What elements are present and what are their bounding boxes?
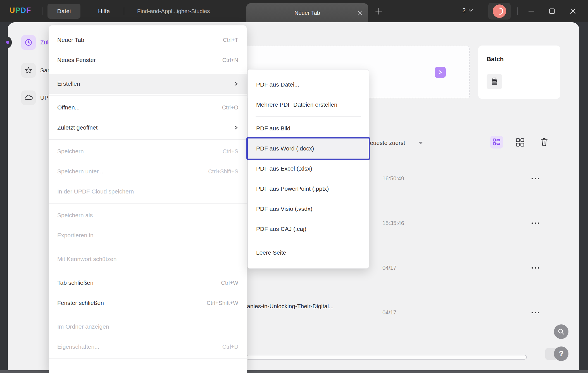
menu-item-shortcut: Ctrl+T: [223, 37, 238, 43]
tab-document-title: Find-and-Appl...igher-Studies: [137, 8, 210, 15]
chevron-down-icon: [468, 9, 473, 12]
batch-stack-icon[interactable]: [487, 74, 502, 89]
submenu-item-pdf-aus-visio[interactable]: PDF aus Visio (.vsdx): [248, 199, 369, 219]
grid-view-button[interactable]: [515, 137, 525, 148]
menu-item-speichern: Speichern Ctrl+S: [49, 141, 247, 161]
help-button[interactable]: ?: [554, 346, 568, 361]
menu-item-label: Fenster schließen: [57, 300, 207, 306]
row-more-button[interactable]: [532, 312, 539, 313]
list-view-button[interactable]: [490, 136, 503, 149]
sidebar-item-updf-cloud[interactable]: UPD: [21, 90, 53, 105]
horizontal-scrollbar[interactable]: [246, 355, 527, 360]
file-row-date: 04/17: [382, 265, 396, 271]
file-row-name[interactable]: anies-in-Unlocking-Their-Digital...: [247, 303, 334, 310]
minimize-icon: [528, 8, 534, 14]
tab-count: 2: [462, 7, 466, 14]
sort-dropdown[interactable]: Neueste zuerst: [366, 140, 405, 146]
create-submenu: PDF aus Datei... Mehrere PDF-Dateien ers…: [247, 69, 369, 269]
avatar-icon: [493, 4, 506, 18]
trash-icon: [540, 137, 549, 147]
logo-letter: D: [21, 6, 27, 15]
row-more-button[interactable]: [532, 178, 539, 179]
menu-item-label: Öffnen...: [57, 104, 222, 111]
updf-logo: UPDF: [9, 6, 31, 15]
submenu-item-label: PDF aus Bild: [256, 125, 291, 132]
list-view-icon: [492, 138, 501, 146]
menu-datei-label: Datei: [57, 8, 71, 15]
menu-item-fenster-schliessen[interactable]: Fenster schließen Ctrl+Shift+W: [49, 293, 247, 313]
clock-icon: [21, 35, 36, 50]
submenu-item-pdf-aus-bild[interactable]: PDF aus Bild: [248, 118, 369, 138]
sidebar-item-recent[interactable]: Zule: [21, 35, 52, 50]
menu-item-label: Neuer Tab: [57, 37, 223, 43]
chevron-right-icon: [234, 125, 238, 130]
submenu-item-label: Leere Seite: [256, 249, 286, 256]
grid-view-icon: [516, 138, 525, 147]
menu-hilfe-label: Hilfe: [98, 8, 110, 15]
tab-document[interactable]: Find-and-Appl...igher-Studies: [137, 0, 210, 22]
window-minimize-button[interactable]: [523, 0, 539, 22]
menu-divider: [49, 95, 247, 96]
menu-item-shortcut: Ctrl+N: [222, 57, 238, 63]
cloud-icon: [21, 90, 36, 105]
menu-item-shortcut: Ctrl+Shift+S: [208, 168, 238, 175]
menu-hilfe[interactable]: Hilfe: [89, 4, 119, 19]
dropzone-arrow-button[interactable]: [435, 67, 446, 78]
logo-letter: F: [26, 6, 31, 15]
window-maximize-button[interactable]: [544, 0, 560, 22]
menu-divider: [49, 139, 247, 140]
submenu-item-pdf-aus-caj[interactable]: PDF aus CAJ (.caj): [248, 219, 369, 239]
titlebar-divider: [42, 7, 42, 15]
menu-item-label: Eigenschaften...: [57, 343, 222, 350]
submenu-item-label: PDF aus Excel (.xlsx): [256, 165, 312, 172]
menu-item-oeffnen[interactable]: Öffnen... Ctrl+O: [49, 97, 247, 118]
tab-neuer-tab[interactable]: Neuer Tab: [246, 3, 368, 22]
delete-button[interactable]: [539, 137, 549, 147]
menu-divider: [49, 72, 247, 72]
submenu-item-label: PDF aus Word (.docx): [256, 145, 314, 152]
file-row-time: 15:35:46: [382, 220, 404, 226]
menu-item-mit-kennwort-schuetzen: Mit Kennwort schützen: [49, 249, 247, 269]
menu-item-shortcut: Ctrl+D: [222, 344, 238, 350]
account-avatar[interactable]: [488, 3, 511, 20]
menu-item-label: Speichern unter...: [57, 168, 208, 175]
star-icon: [21, 63, 36, 78]
submenu-item-pdf-aus-powerpoint[interactable]: PDF aus PowerPoint (.pptx): [248, 179, 369, 199]
menu-item-im-ordner-anzeigen: Im Ordner anzeigen: [49, 317, 247, 337]
menu-item-shortcut: Ctrl+O: [222, 104, 238, 111]
submenu-item-label: Mehrere PDF-Dateien erstellen: [256, 101, 337, 108]
menu-divider: [49, 203, 247, 204]
tab-close-icon[interactable]: [351, 10, 368, 15]
tab-active-title: Neuer Tab: [246, 10, 351, 16]
menu-item-label: Exportieren in: [57, 232, 238, 239]
file-menu-dropdown: Neuer Tab Ctrl+T Neues Fenster Ctrl+N Er…: [49, 25, 247, 373]
batch-card[interactable]: Batch: [478, 46, 560, 99]
menu-divider: [49, 271, 247, 271]
batch-card-title: Batch: [487, 56, 504, 63]
menu-datei[interactable]: Datei: [47, 4, 80, 19]
new-tab-plus-icon[interactable]: [375, 7, 383, 16]
window-close-button[interactable]: [565, 0, 581, 22]
menu-item-zuletzt-geoeffnet[interactable]: Zuletzt geöffnet: [49, 118, 247, 138]
row-more-button[interactable]: [532, 223, 539, 224]
submenu-item-mehrere-pdf-dateien[interactable]: Mehrere PDF-Dateien erstellen: [248, 95, 369, 115]
submenu-item-leere-seite[interactable]: Leere Seite: [248, 243, 369, 263]
submenu-item-pdf-aus-datei[interactable]: PDF aus Datei...: [248, 75, 369, 95]
chevron-right-icon: [234, 81, 238, 86]
menu-item-label: Speichern: [57, 148, 223, 155]
submenu-divider: [256, 116, 361, 117]
titlebar: UPDF Datei Hilfe Find-and-Appl...igher-S…: [0, 0, 588, 22]
menu-item-neuer-tab[interactable]: Neuer Tab Ctrl+T: [49, 30, 247, 50]
sidebar-item-collection[interactable]: Sam: [21, 63, 52, 78]
search-button[interactable]: [554, 324, 568, 339]
row-more-button[interactable]: [532, 267, 539, 269]
menu-item-tab-schliessen[interactable]: Tab schließen Ctrl+W: [49, 273, 247, 293]
menu-item-erstellen[interactable]: Erstellen: [49, 74, 247, 94]
menu-item-neues-fenster[interactable]: Neues Fenster Ctrl+N: [49, 50, 247, 70]
submenu-item-pdf-aus-excel[interactable]: PDF aus Excel (.xlsx): [248, 159, 369, 179]
caret-down-icon[interactable]: [418, 142, 423, 144]
tab-count-dropdown[interactable]: 2: [462, 7, 473, 14]
submenu-item-pdf-aus-word[interactable]: PDF aus Word (.docx): [246, 137, 370, 160]
submenu-divider: [256, 241, 361, 241]
chevron-right-icon: [438, 70, 442, 75]
